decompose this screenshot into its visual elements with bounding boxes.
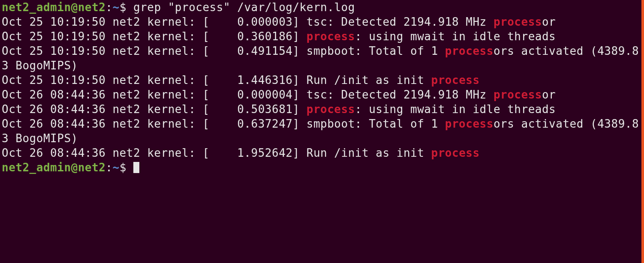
grep-match: process [431,74,480,87]
output-line: Oct 26 08:44:36 net2 kernel: [ 0.637247]… [2,117,639,145]
prompt-separator: : [105,1,112,14]
prompt-separator: : [105,161,112,174]
grep-match: process [307,103,355,116]
output-line: Oct 25 10:19:50 net2 kernel: [ 0.491154]… [2,45,639,72]
prompt-symbol: $ [120,161,126,174]
log-prefix: Oct 25 10:19:50 net2 kernel: [ 0.491154]… [2,45,445,57]
output-line: Oct 26 08:44:36 net2 kernel: [ 0.000004]… [2,88,556,101]
window-border-right [641,0,644,263]
log-prefix: Oct 25 10:19:50 net2 kernel: [ 0.000003]… [2,15,494,28]
prompt-symbol: $ [120,1,126,14]
prompt-line-2: net2_admin@net2:~$ [2,161,139,174]
command-text: grep "process" /var/log/kern.log [133,1,355,14]
prompt-path: ~ [112,161,119,174]
output-line: Oct 26 08:44:36 net2 kernel: [ 1.952642]… [2,146,480,159]
terminal-output[interactable]: net2_admin@net2:~$ grep "process" /var/l… [0,0,644,175]
cursor-block [133,162,139,173]
output-line: Oct 26 08:44:36 net2 kernel: [ 0.503681]… [2,103,556,116]
log-suffix: or [542,88,556,101]
log-prefix: Oct 25 10:19:50 net2 kernel: [ 1.446316]… [2,74,431,87]
log-prefix: Oct 26 08:44:36 net2 kernel: [ 0.000004]… [2,88,494,101]
log-suffix: : using mwait in idle threads [355,103,556,116]
log-prefix: Oct 26 08:44:36 net2 kernel: [ 0.637247]… [2,117,445,130]
grep-match: process [445,117,494,130]
grep-match: process [307,30,355,43]
prompt-path: ~ [112,1,119,14]
grep-match: process [445,45,494,57]
log-prefix: Oct 25 10:19:50 net2 kernel: [ 0.360186] [2,30,307,43]
prompt-user-host: net2_admin@net2 [2,161,105,174]
output-line: Oct 25 10:19:50 net2 kernel: [ 0.000003]… [2,15,556,28]
grep-match: process [494,88,542,101]
log-suffix: : using mwait in idle threads [355,30,556,43]
log-suffix: or [542,15,556,28]
log-prefix: Oct 26 08:44:36 net2 kernel: [ 0.503681] [2,103,307,116]
prompt-user-host: net2_admin@net2 [2,1,105,14]
log-prefix: Oct 26 08:44:36 net2 kernel: [ 1.952642]… [2,146,431,159]
output-line: Oct 25 10:19:50 net2 kernel: [ 1.446316]… [2,74,480,87]
grep-match: process [431,146,480,159]
output-line: Oct 25 10:19:50 net2 kernel: [ 0.360186]… [2,30,556,43]
grep-match: process [494,15,542,28]
prompt-line-1: net2_admin@net2:~$ grep "process" /var/l… [2,1,355,14]
